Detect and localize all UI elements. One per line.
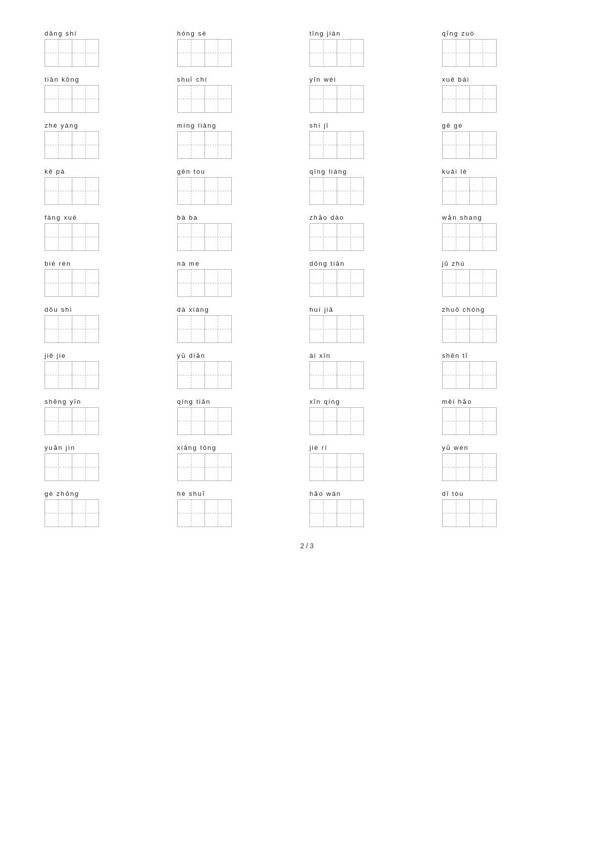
writing-box	[177, 223, 232, 251]
writing-box	[45, 407, 99, 435]
char-cell	[337, 178, 363, 204]
char-cell	[337, 270, 363, 296]
writing-box	[442, 315, 497, 343]
pinyin-label: tiān kōng	[45, 76, 80, 83]
pinyin-label: zhuō chóng	[442, 306, 485, 313]
char-cell	[205, 408, 231, 434]
char-cell	[469, 454, 496, 481]
writing-box	[45, 223, 99, 251]
char-cell	[72, 362, 99, 388]
char-cell	[443, 362, 469, 388]
writing-box	[309, 85, 364, 113]
word-group: qíng tiān	[177, 398, 305, 435]
writing-box	[177, 39, 232, 67]
pinyin-label: bié rén	[45, 260, 71, 267]
writing-box	[442, 407, 497, 435]
writing-box	[45, 315, 99, 343]
word-group: jié rì	[309, 444, 437, 481]
writing-box	[442, 131, 497, 159]
pinyin-label: fàng xué	[45, 214, 77, 221]
pinyin-label: shí jī	[309, 122, 329, 129]
word-group: huí jiā	[309, 306, 437, 343]
pinyin-label: jū zhù	[442, 260, 465, 267]
pinyin-label: jiě jie	[45, 352, 66, 359]
char-cell	[72, 86, 99, 112]
word-group: xiāng tóng	[177, 444, 305, 481]
char-cell	[178, 86, 205, 112]
char-cell	[178, 224, 205, 250]
word-group: dōu shì	[45, 306, 172, 343]
word-group: dī tóu	[442, 490, 570, 527]
pinyin-label: xuě bái	[442, 76, 470, 83]
char-cell	[337, 132, 363, 158]
char-cell	[205, 132, 231, 158]
writing-box	[309, 499, 364, 527]
char-cell	[443, 224, 469, 250]
word-group: shuǐ chí	[177, 76, 305, 113]
writing-box	[442, 453, 497, 481]
char-cell	[310, 454, 337, 481]
char-cell	[443, 454, 469, 481]
pinyin-label: huí jiā	[309, 306, 334, 313]
word-group: bié rén	[45, 260, 172, 297]
char-cell	[205, 270, 231, 296]
word-group: nà me	[177, 260, 305, 297]
char-cell	[443, 316, 469, 342]
writing-box	[309, 361, 364, 389]
word-group: yuǎn jìn	[45, 444, 172, 481]
char-cell	[469, 40, 496, 66]
char-cell	[205, 362, 231, 388]
pinyin-label: yuǎn jìn	[45, 444, 75, 451]
word-group: měi hǎo	[442, 398, 570, 435]
char-cell	[72, 408, 99, 434]
writing-box	[309, 407, 364, 435]
char-cell	[310, 224, 337, 250]
char-cell	[469, 86, 496, 112]
writing-box	[442, 269, 497, 297]
word-grid: dāng shíhóng sètīng jiànqǐng zuòtiān kōn…	[45, 30, 569, 527]
char-cell	[45, 270, 72, 296]
pinyin-label: hóng sè	[177, 30, 207, 37]
writing-box	[177, 407, 232, 435]
word-group: yǔ diǎn	[177, 352, 305, 389]
char-cell	[469, 408, 496, 434]
char-cell	[310, 316, 337, 342]
char-cell	[72, 500, 99, 527]
writing-box	[45, 131, 99, 159]
char-cell	[45, 40, 72, 66]
page-footer: 2 / 3	[45, 542, 569, 550]
pinyin-label: dī tóu	[442, 490, 464, 497]
page: dāng shíhóng sètīng jiànqǐng zuòtiān kōn…	[35, 0, 579, 570]
char-cell	[45, 408, 72, 434]
char-cell	[45, 500, 72, 527]
pinyin-label: qīng liáng	[309, 168, 347, 175]
word-group: xuě bái	[442, 76, 570, 113]
char-cell	[310, 362, 337, 388]
writing-box	[442, 85, 497, 113]
pinyin-label: ài xīn	[309, 352, 331, 359]
word-group: dōng tiān	[309, 260, 437, 297]
char-cell	[469, 316, 496, 342]
char-cell	[45, 178, 72, 204]
char-cell	[443, 270, 469, 296]
word-group: jiě jie	[45, 352, 172, 389]
word-group: xīn qíng	[309, 398, 437, 435]
char-cell	[205, 40, 231, 66]
char-cell	[443, 500, 469, 527]
char-cell	[337, 316, 363, 342]
word-group: yīn wèi	[309, 76, 437, 113]
char-cell	[72, 178, 99, 204]
char-cell	[178, 454, 205, 481]
char-cell	[310, 408, 337, 434]
char-cell	[178, 316, 205, 342]
writing-box	[309, 177, 364, 205]
char-cell	[178, 408, 205, 434]
word-group: shēng yīn	[45, 398, 172, 435]
char-cell	[310, 40, 337, 66]
word-group: yǔ wén	[442, 444, 570, 481]
pinyin-label: shuǐ chí	[177, 76, 208, 83]
char-cell	[337, 362, 363, 388]
pinyin-label: kě pà	[45, 168, 65, 175]
pinyin-label: gēn tou	[177, 168, 205, 175]
word-group: qīng liáng	[309, 168, 437, 205]
